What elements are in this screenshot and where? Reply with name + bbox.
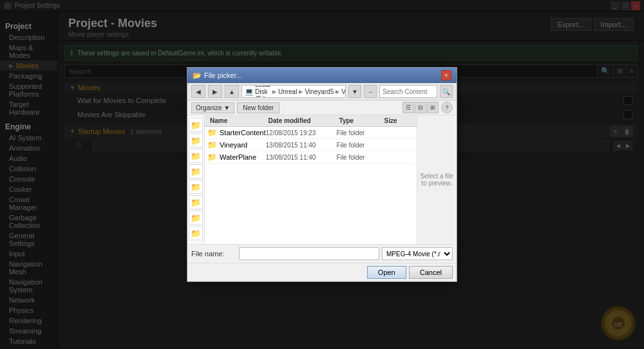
file-date-2: 13/08/2015 11:40 [266,142,337,149]
dialog-close-button[interactable]: × [441,70,451,80]
file-name-3: WaterPlane [220,153,266,161]
file-name-2: Vineyard [220,141,266,149]
path-segment-vineyard[interactable]: Vineyard [340,88,346,95]
dialog-view-icons-button[interactable]: ⊞ [427,102,439,113]
organize-label: Organize ▼ [196,104,230,111]
file-item-startercontent[interactable]: 📁 StarterContent 12/08/2015 19:23 File f… [205,127,417,139]
file-item-waterplane[interactable]: 📁 WaterPlane 13/08/2015 11:40 File folde… [205,151,417,164]
path-segment-drive[interactable]: Local Disk (E:) [254,85,272,98]
dialog-preview: Select a file to preview. [417,115,457,244]
col-header-type[interactable]: Type [337,117,382,125]
favorite-item-3[interactable]: 📁 [189,149,203,163]
dialog-view-list-button[interactable]: ☰ [402,102,414,113]
dialog-overlay: 📂 File picker... × ◀ ▶ ▲ 💻 Local Disk (E… [0,0,644,349]
filename-label: File name: [191,250,236,258]
dialog-cancel-button[interactable]: Cancel [409,266,453,279]
dialog-title-left: 📂 File picker... [193,71,242,80]
favorite-folder-icon-2: 📁 [191,136,201,146]
dialog-filename-bar: File name: MPEG-4 Movie (*.mp4) [187,244,457,263]
favorite-item-6[interactable]: 📁 [189,195,203,209]
file-item-vineyard[interactable]: 📁 Vineyard 13/08/2015 11:40 File folder [205,139,417,151]
dialog-icon: 📂 [193,71,202,80]
favorite-item-4[interactable]: 📁 [189,164,203,178]
dialog-path-bar: 💻 Local Disk (E:) ▶ Unreal ▶ Vineyard5 ▶… [242,85,346,98]
dialog-body: 📁 📁 📁 📁 📁 📁 📁 [187,115,457,244]
file-folder-icon: 📁 [207,128,217,137]
col-header-name[interactable]: Name [207,117,266,125]
col-header-size[interactable]: Size [382,117,414,125]
favorite-item-5[interactable]: 📁 [189,180,203,194]
dialog-action-bar: Open Cancel [187,263,457,281]
file-date-3: 13/08/2015 11:40 [266,154,337,161]
dialog-up-button[interactable]: ▲ [225,85,239,98]
dialog-back-button[interactable]: ◀ [191,85,205,98]
dialog-search-input[interactable] [379,85,437,98]
dialog-organize-button[interactable]: Organize ▼ [191,102,234,113]
dialog-path-dropdown-button[interactable]: ▼ [348,85,361,98]
dialog-title: File picker... [204,71,242,79]
favorite-folder-icon: 📁 [191,120,201,130]
file-type-3: File folder [337,154,382,161]
favorite-folder-icon-5: 📁 [191,182,201,192]
favorite-item-8[interactable]: 📁 [189,226,203,240]
dialog-file-list: 📁 StarterContent 12/08/2015 19:23 File f… [205,127,417,244]
dialog-toolbar: ◀ ▶ ▲ 💻 Local Disk (E:) ▶ Unreal ▶ Viney… [187,83,457,100]
dialog-file-area: Name Date modified Type Size 📁 StarterCo… [205,115,417,244]
dialog-new-folder-button[interactable]: New folder [237,102,279,113]
favorite-folder-icon-3: 📁 [191,151,201,161]
dialog-favorites-panel: 📁 📁 📁 📁 📁 📁 📁 [187,115,205,244]
filetype-select[interactable]: MPEG-4 Movie (*.mp4) [382,247,453,260]
file-name: StarterContent [220,129,266,137]
filename-input[interactable] [239,247,379,260]
favorite-item-1[interactable]: 📁 [189,118,203,132]
path-segment-unreal[interactable]: Unreal [277,88,298,95]
dialog-help-button[interactable]: ? [441,102,453,113]
file-picker-dialog: 📂 File picker... × ◀ ▶ ▲ 💻 Local Disk (E… [187,67,457,282]
path-segment-vineyard5[interactable]: Vineyard5 [303,88,335,95]
path-drive-icon: 💻 [245,88,254,96]
favorite-folder-icon-8: 📁 [191,229,201,238]
dialog-secondary-toolbar: Organize ▼ New folder ☰ ⊟ ⊞ ? [187,100,457,115]
dialog-title-bar: 📂 File picker... × [187,68,457,83]
file-type: File folder [337,129,382,137]
file-date: 12/08/2015 19:23 [266,129,337,137]
file-folder-icon-3: 📁 [207,153,217,162]
file-folder-icon-2: 📁 [207,140,217,149]
dialog-forward-button[interactable]: ▶ [208,85,222,98]
favorite-folder-icon-6: 📁 [191,198,201,207]
file-type-2: File folder [337,142,382,149]
dialog-search-button[interactable]: 🔍 [440,85,453,98]
dialog-navigate-button[interactable]: → [364,85,377,98]
dialog-view-grid-button[interactable]: ⊟ [415,102,426,113]
dialog-open-button[interactable]: Open [367,266,406,279]
favorite-item-2[interactable]: 📁 [189,133,203,147]
dialog-view-buttons: ☰ ⊟ ⊞ [402,102,439,113]
dialog-column-headers: Name Date modified Type Size [205,115,417,127]
favorite-item-7[interactable]: 📁 [189,211,203,225]
favorite-folder-icon-7: 📁 [191,213,201,223]
favorite-folder-icon-4: 📁 [191,167,201,176]
preview-text: Select a file to preview. [420,173,454,187]
col-header-date[interactable]: Date modified [266,117,337,125]
